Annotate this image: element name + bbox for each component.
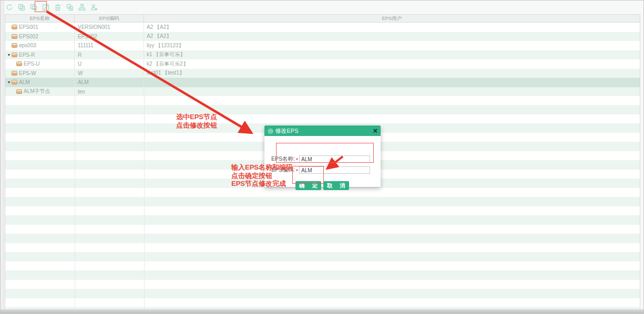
required-asterisk: * bbox=[295, 168, 299, 174]
cancel-button-label: 取消 bbox=[327, 182, 353, 190]
eps-name-text: eps003 bbox=[19, 43, 36, 48]
cell-eps-code: R bbox=[75, 50, 144, 60]
cell-eps-user: A2 【A2】 bbox=[144, 23, 640, 32]
cell-eps-code: U bbox=[75, 59, 144, 69]
cell-eps-user: liyy 【123123】 bbox=[144, 41, 640, 50]
table-row[interactable]: ALM子节点teo bbox=[5, 87, 640, 97]
eps-name-text: EPS001 bbox=[19, 24, 38, 30]
column-header-eps-user[interactable]: EPS用户 bbox=[144, 15, 640, 22]
eps-node-icon bbox=[16, 89, 22, 94]
confirm-button-label: 确定 bbox=[299, 182, 325, 190]
cell-eps-name: ▼EPS-R bbox=[5, 50, 75, 60]
eps-name-input[interactable] bbox=[299, 155, 370, 163]
dialog-header: ◎ 修改EPS × bbox=[264, 125, 381, 136]
expander-icon[interactable]: ▼ bbox=[6, 78, 12, 87]
table-row[interactable]: EPS002EPS002A2 【A2】 bbox=[5, 32, 640, 41]
add-button[interactable] bbox=[17, 3, 26, 12]
cell-eps-user: test01 【test1】 bbox=[144, 69, 640, 78]
dialog-body: EPS名称: * EPS编码: * 确定 取消 bbox=[264, 136, 381, 187]
cancel-button[interactable]: 取消 bbox=[323, 181, 349, 190]
window-left-border bbox=[1, 1, 4, 309]
eps-name-label: EPS名称: bbox=[264, 155, 295, 163]
copy-icon bbox=[29, 3, 38, 12]
dialog-title-icon: ◎ bbox=[268, 125, 273, 136]
cell-eps-user: k2 【百事可乐2】 bbox=[144, 59, 640, 69]
table-row[interactable]: ▼ALMALM bbox=[5, 78, 640, 87]
field-row-eps-code: EPS编码: * bbox=[264, 166, 370, 174]
refresh-button[interactable] bbox=[5, 3, 14, 12]
required-asterisk: * bbox=[295, 157, 299, 163]
table-row[interactable]: ▼EPS-RRk1 【百事可乐】 bbox=[5, 50, 640, 60]
cell-eps-code: 111111 bbox=[75, 41, 144, 50]
cell-eps-name: ▼ALM bbox=[5, 78, 75, 87]
eps-name-text: EPS002 bbox=[19, 34, 38, 39]
expander-icon[interactable]: ▼ bbox=[6, 50, 12, 60]
delete-icon bbox=[54, 3, 62, 12]
eps-name-text: EPS-W bbox=[19, 70, 36, 76]
cell-eps-code: EPS002 bbox=[75, 32, 144, 41]
column-separator bbox=[75, 96, 75, 309]
confirm-button[interactable]: 确定 bbox=[295, 181, 321, 190]
cell-eps-user bbox=[144, 78, 640, 87]
eps-node-icon bbox=[12, 25, 17, 29]
edit-eps-dialog: ◎ 修改EPS × EPS名称: * EPS编码: * 确定 取消 bbox=[264, 125, 381, 187]
column-separator bbox=[144, 96, 145, 309]
tree-button[interactable] bbox=[78, 3, 86, 12]
eps-code-label: EPS编码: bbox=[264, 166, 295, 174]
edit-button[interactable] bbox=[42, 3, 50, 12]
edit-icon bbox=[42, 3, 50, 12]
cell-eps-user bbox=[144, 87, 640, 97]
eps-node-icon bbox=[12, 43, 17, 48]
table-row[interactable]: EPS-WWtest01 【test1】 bbox=[5, 69, 640, 78]
toolbar bbox=[4, 2, 102, 13]
cell-eps-name: ALM子节点 bbox=[5, 87, 75, 97]
add-user-icon bbox=[90, 3, 98, 12]
eps-node-icon bbox=[12, 34, 17, 39]
column-header-eps-code[interactable]: EPS编码 bbox=[75, 15, 144, 22]
eps-code-input[interactable] bbox=[299, 166, 370, 174]
add-icon bbox=[17, 3, 26, 12]
copy-button[interactable] bbox=[29, 3, 38, 12]
eps-node-icon bbox=[12, 80, 17, 85]
eps-node-icon bbox=[12, 53, 17, 57]
cell-eps-code: ALM bbox=[75, 78, 144, 87]
assign-button[interactable] bbox=[66, 3, 74, 12]
cell-eps-name: EPS-U bbox=[5, 59, 75, 69]
assign-icon bbox=[66, 3, 74, 12]
dialog-title: 修改EPS bbox=[275, 127, 373, 135]
cell-eps-name: eps003 bbox=[5, 41, 75, 50]
app-window: EPS名称 EPS编码 EPS用户 EPS001VERSION001A2 【A2… bbox=[0, 0, 644, 314]
cell-eps-user: k1 【百事可乐】 bbox=[144, 50, 640, 60]
eps-name-text: ALM子节点 bbox=[24, 88, 50, 95]
cell-eps-name: EPS002 bbox=[5, 32, 75, 41]
table-header: EPS名称 EPS编码 EPS用户 bbox=[5, 15, 640, 23]
close-icon[interactable]: × bbox=[373, 125, 377, 136]
add-user-button[interactable] bbox=[90, 3, 98, 12]
cell-eps-user: A2 【A2】 bbox=[144, 32, 640, 41]
refresh-icon bbox=[5, 3, 14, 12]
tree-icon bbox=[78, 3, 86, 12]
table-row[interactable]: EPS001VERSION001A2 【A2】 bbox=[5, 23, 640, 32]
cell-eps-code: VERSION001 bbox=[75, 23, 144, 32]
field-row-eps-name: EPS名称: * bbox=[264, 155, 370, 163]
cell-eps-name: EPS-W bbox=[5, 69, 75, 78]
eps-node-icon bbox=[16, 61, 22, 66]
eps-name-text: EPS-R bbox=[19, 52, 35, 58]
window-bottom-border bbox=[1, 309, 643, 313]
cell-eps-code: teo bbox=[75, 87, 144, 97]
eps-node-icon bbox=[12, 71, 17, 76]
eps-name-text: EPS-U bbox=[24, 61, 40, 67]
cell-eps-code: W bbox=[75, 69, 144, 78]
delete-button[interactable] bbox=[54, 3, 62, 12]
cell-eps-name: EPS001 bbox=[5, 23, 75, 32]
column-header-eps-name[interactable]: EPS名称 bbox=[5, 15, 75, 22]
table-row[interactable]: EPS-UUk2 【百事可乐2】 bbox=[5, 59, 640, 69]
eps-name-text: ALM bbox=[19, 79, 30, 85]
table-row[interactable]: eps003111111liyy 【123123】 bbox=[5, 41, 640, 50]
